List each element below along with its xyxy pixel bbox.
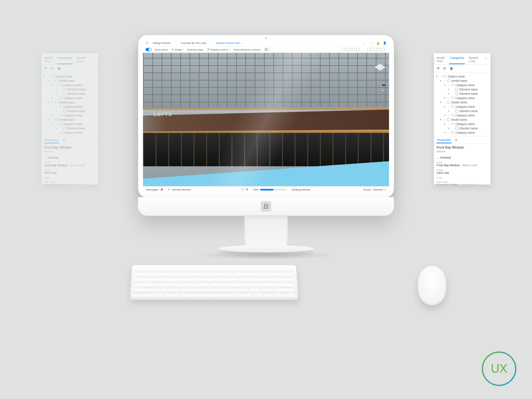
cube-icon[interactable]: ▣ xyxy=(450,66,454,70)
eye-icon[interactable]: 👁 xyxy=(437,66,441,70)
user-icon[interactable]: 👤 xyxy=(383,42,386,45)
align-right-icon[interactable] xyxy=(351,48,355,51)
viewport-tools: 🚶 ⛶ xyxy=(376,56,386,59)
transform-toggle[interactable] xyxy=(264,48,270,51)
pin-icon[interactable]: 📌 xyxy=(160,188,163,191)
bell-icon[interactable]: 🔔 xyxy=(376,42,380,45)
side-panel-right: Model Tree Categories Spatial Cont… ⌕ 👁 … xyxy=(434,53,490,185)
keyboard xyxy=(130,265,298,300)
tab-categories[interactable]: Categories xyxy=(449,55,465,64)
props-group: ⌄ General xyxy=(42,155,98,161)
flip-h-icon[interactable] xyxy=(367,48,370,51)
settings-icon[interactable]: ⚙ xyxy=(454,137,458,143)
search-icon[interactable]: ⌕ xyxy=(484,55,488,64)
right-props-body: Label:Front Bay Window - Street LevelMod… xyxy=(434,161,490,185)
info-icon[interactable]: ⓘ xyxy=(146,41,148,45)
navigation-cube[interactable] xyxy=(375,62,385,72)
props-group: ⌄ General xyxy=(434,155,490,161)
ux-badge: UX xyxy=(481,350,517,387)
left-props-body: Label:Front Bay Window - Street LevelMod… xyxy=(42,161,98,185)
camera-tool-icon[interactable]: 📷 xyxy=(382,83,386,86)
align-center-icon[interactable] xyxy=(347,48,350,51)
visibility-icon[interactable]: 👁 xyxy=(246,188,248,191)
autoselect-toggle[interactable] xyxy=(146,48,152,51)
settings-icon[interactable]: ⚙ xyxy=(62,137,66,143)
hide-icon[interactable]: ⊘ xyxy=(51,66,55,70)
toolbar: Auto-select: ↻ Single ▾ Selection style:… xyxy=(143,47,389,53)
search-icon[interactable]: ⌕ xyxy=(91,55,96,64)
fit-icon[interactable]: ⛶ xyxy=(383,56,386,59)
cube-icon[interactable]: ▣ xyxy=(58,66,62,70)
identify-prompt: Identify element xyxy=(172,188,191,191)
walk-icon[interactable]: 🚶 xyxy=(376,56,379,59)
props-title: Front Bay Window xyxy=(42,144,98,150)
flip-v-icon[interactable] xyxy=(372,48,375,51)
viewport-3d[interactable]: LOFTS 🚶 ⛶ 📷 ✂ ⋮ xyxy=(143,53,389,186)
building-sign: LOFTS xyxy=(154,112,172,117)
panel-toolbar: 👁 ⊘ ▣ xyxy=(434,65,490,73)
design-review-app: ⓘ Design Review | Gourmet @ The Lofts | … xyxy=(143,40,389,193)
progress-percent: 50% xyxy=(253,188,258,191)
distribute-icon[interactable] xyxy=(381,48,384,51)
props-subtitle: Window xyxy=(42,150,98,155)
props-title: Front Bay Window xyxy=(434,144,490,150)
verifying-label: Verifying iModel… xyxy=(291,188,313,191)
eye-icon[interactable]: 👁 xyxy=(44,66,48,70)
messages-label[interactable]: Messages xyxy=(146,188,158,191)
right-tree: ●⌄Subject name●⌄Model name●⌄Category nam… xyxy=(434,73,490,136)
project-name[interactable]: Gourmet @ The Lofts xyxy=(179,42,208,45)
home-icon[interactable]: ⌂ xyxy=(363,42,366,45)
titlebar: ⓘ Design Review | Gourmet @ The Lofts | … xyxy=(143,40,389,47)
extra-tool-icon[interactable]: ⋮ xyxy=(382,95,386,98)
app-name: Design Review xyxy=(151,42,173,45)
tab-spatial[interactable]: Spatial Cont… xyxy=(76,55,88,64)
tab-model-tree[interactable]: Model Tree xyxy=(436,55,446,64)
scope-dropdown[interactable]: Element xyxy=(373,188,383,191)
align-left-icon[interactable] xyxy=(342,48,345,51)
rotate-icon[interactable] xyxy=(376,48,380,51)
props-tab[interactable]: Properties xyxy=(44,137,59,143)
single-dropdown[interactable]: ↻ Single ▾ xyxy=(172,48,184,51)
cursor-icon: ↖ xyxy=(168,188,170,191)
hide-icon[interactable]: ⊘ xyxy=(443,66,447,70)
align-bottom-icon[interactable] xyxy=(356,48,359,51)
status-bar: Messages 📌 ↖ Identify element ⛶ 👁 50% Ve… xyxy=(143,186,389,193)
scope-label: Scope: xyxy=(363,188,372,191)
props-tab[interactable]: Properties xyxy=(437,137,452,143)
replace-dropdown[interactable]: ☰ Replace current ▾ xyxy=(207,48,230,51)
version-link[interactable]: Named Version 005 ⌄ xyxy=(214,42,245,45)
monitor: ⓘ Design Review | Gourmet @ The Lofts | … xyxy=(138,35,394,198)
tab-model-tree[interactable]: Model Tree xyxy=(44,55,54,64)
side-panel-left: Model Tree Categories Spatial Cont… ⌕ 👁 … xyxy=(42,53,98,185)
help-icon[interactable]: ? xyxy=(370,42,373,45)
progress-bar xyxy=(260,189,287,191)
mouse xyxy=(418,266,446,305)
tab-categories[interactable]: Categories xyxy=(57,55,73,64)
tab-spatial[interactable]: Spatial Cont… xyxy=(468,55,480,64)
brand-logo: B xyxy=(261,201,271,212)
expand-icon[interactable]: ⛶ xyxy=(241,188,244,191)
section-tool-icon[interactable]: ✂ xyxy=(382,89,386,92)
panel-toolbar: 👁 ⊘ ▣ xyxy=(42,65,98,73)
left-tree: ●⌄Subject name●⌄Model name●⌄Category nam… xyxy=(42,73,98,136)
svg-point-0 xyxy=(482,352,516,385)
props-subtitle: Window xyxy=(434,150,490,155)
camera-icon xyxy=(265,37,267,39)
